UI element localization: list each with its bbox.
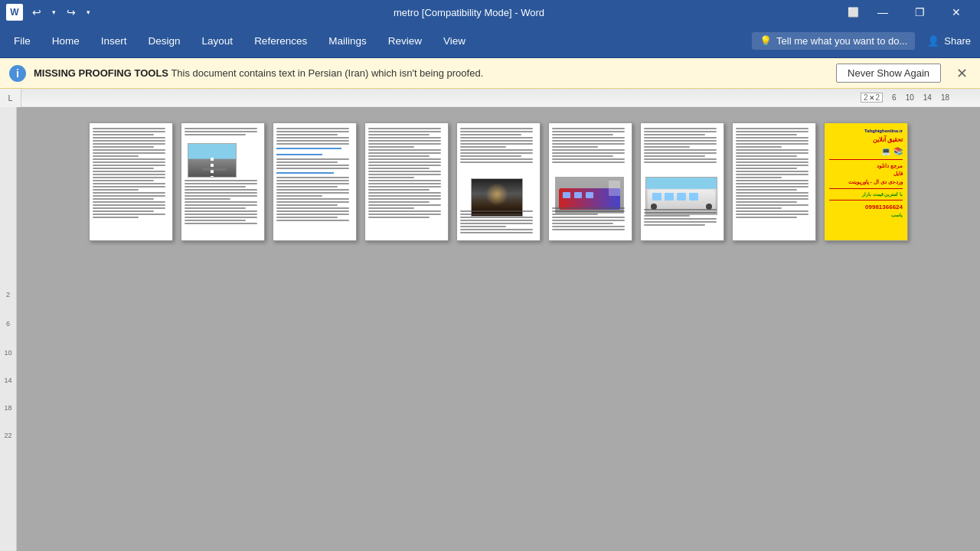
tab-mailings[interactable]: Mailings xyxy=(318,24,377,57)
horizontal-ruler: L 2 ✕ 2 6 10 14 18 xyxy=(0,89,980,107)
tab-design[interactable]: Design xyxy=(138,24,191,57)
undo-redo-group: ↩ ▾ ↪ ▾ xyxy=(28,3,95,21)
page-7[interactable] xyxy=(640,122,724,241)
tab-review[interactable]: Review xyxy=(377,24,433,57)
missing-tools-label: MISSING PROOFING TOOLS xyxy=(34,67,168,79)
ad-content: Tahghighonline.ir تحقیق آنلاین 📚 💻 مرجع … xyxy=(825,123,907,223)
ad-text: مرجع دانلود فایل ورد-دی دی ال - پاورپوین… xyxy=(829,162,903,187)
ad-green-text: با کمترین قیمت بازار xyxy=(829,191,903,197)
page-6[interactable] xyxy=(548,122,632,241)
restore-button[interactable]: ❐ xyxy=(902,0,937,24)
page-1[interactable] xyxy=(89,122,173,241)
document-area: Tahghighonline.ir تحقیق آنلاین 📚 💻 مرجع … xyxy=(17,107,980,551)
user-icon: 👤 xyxy=(927,35,939,47)
ad-yasab: یاسب xyxy=(829,212,903,218)
ad-icons-row: 📚 💻 xyxy=(829,146,903,157)
road-image xyxy=(188,143,237,178)
redo-button[interactable]: ↪ xyxy=(62,3,80,21)
title-bar-left: W ↩ ▾ ↪ ▾ xyxy=(6,3,95,21)
ad-logo: Tahghighonline.ir xyxy=(829,128,903,134)
info-icon: i xyxy=(9,65,26,82)
ad-title: تحقیق آنلاین xyxy=(829,135,903,144)
pages-row: Tahghighonline.ir تحقیق آنلاین 📚 💻 مرجع … xyxy=(89,122,908,241)
share-label: Share xyxy=(944,35,971,47)
tab-references[interactable]: References xyxy=(243,24,318,57)
tab-file[interactable]: File xyxy=(3,24,41,57)
ruler-marker: L xyxy=(0,89,21,107)
page-2[interactable] xyxy=(181,122,265,241)
page-3-content xyxy=(273,123,356,226)
notification-close-button[interactable]: ✕ xyxy=(953,65,971,82)
title-bar-controls: ⬜ — ❐ ✕ xyxy=(843,0,974,24)
never-show-again-button[interactable]: Never Show Again xyxy=(836,64,941,83)
ribbon-right: 💡 Tell me what you want to do... 👤 Share xyxy=(752,24,977,57)
notification-bar: i MISSING PROOFING TOOLS This document c… xyxy=(0,58,980,89)
page-1-content xyxy=(90,123,172,223)
vertical-ruler: 2 6 10 14 18 22 xyxy=(0,107,17,551)
page-8-content xyxy=(733,123,815,223)
tab-view[interactable]: View xyxy=(433,24,476,57)
minimize-button[interactable]: — xyxy=(865,0,900,24)
tab-home[interactable]: Home xyxy=(41,24,90,57)
undo-button[interactable]: ↩ xyxy=(28,3,46,21)
ruler-track: 2 ✕ 2 6 10 14 18 xyxy=(21,89,980,106)
customize-quick-access[interactable]: ▾ xyxy=(82,5,95,19)
page-5-content xyxy=(457,123,540,168)
page-9-ad[interactable]: Tahghighonline.ir تحقیق آنلاین 📚 💻 مرجع … xyxy=(824,122,908,241)
notification-message: This document contains text in Persian (… xyxy=(171,67,483,79)
undo-dropdown[interactable]: ▾ xyxy=(47,5,60,19)
page-4[interactable] xyxy=(364,122,449,241)
page-4-content xyxy=(365,123,448,223)
title-bar-title: metro [Compatibility Mode] - Word xyxy=(95,7,843,18)
ruler-value-box: 2 ✕ 2 xyxy=(861,93,883,103)
tab-insert[interactable]: Insert xyxy=(90,24,138,57)
tell-me-box[interactable]: 💡 Tell me what you want to do... xyxy=(752,32,915,50)
ribbon-display-options[interactable]: ⬜ xyxy=(843,4,864,21)
close-button[interactable]: ✕ xyxy=(939,0,974,24)
ribbon: File Home Insert Design Layout Reference… xyxy=(0,24,980,58)
title-bar: W ↩ ▾ ↪ ▾ metro [Compatibility Mode] - W… xyxy=(0,0,980,24)
page-3[interactable] xyxy=(273,122,357,241)
page-2-content xyxy=(181,123,264,140)
ad-phone: 09981366624 xyxy=(829,203,903,211)
tab-layout[interactable]: Layout xyxy=(191,24,244,57)
page-6-content xyxy=(549,123,632,168)
page-7-content xyxy=(641,123,724,168)
word-icon: W xyxy=(6,4,23,21)
notification-text: MISSING PROOFING TOOLS This document con… xyxy=(34,67,828,79)
page-5[interactable] xyxy=(456,122,541,241)
main-area: 2 6 10 14 18 22 xyxy=(0,107,980,551)
lightbulb-icon: 💡 xyxy=(760,35,772,47)
tell-me-label: Tell me what you want to do... xyxy=(776,35,907,47)
page-8[interactable] xyxy=(732,122,816,241)
share-button[interactable]: 👤 Share xyxy=(921,32,977,50)
